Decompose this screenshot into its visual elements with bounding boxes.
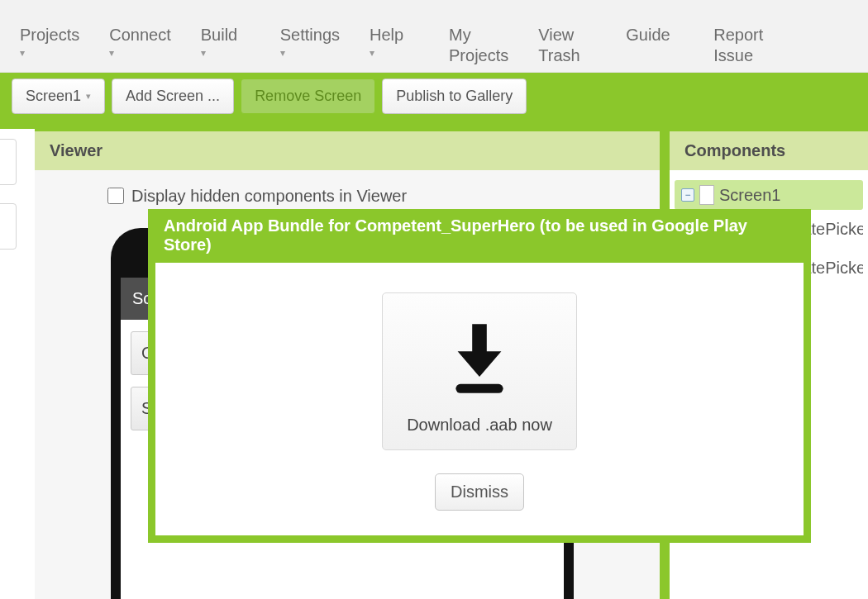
palette-stub bbox=[0, 119, 35, 599]
menu-projects[interactable]: Projects bbox=[20, 0, 79, 59]
menu-build[interactable]: Build bbox=[201, 0, 250, 59]
menu-view-trash[interactable]: View Trash bbox=[538, 0, 596, 66]
top-menu-bar: Projects Connect Build Settings Help My … bbox=[0, 0, 868, 73]
menu-help[interactable]: Help bbox=[370, 0, 419, 59]
display-hidden-checkbox[interactable] bbox=[107, 188, 124, 204]
menu-settings[interactable]: Settings bbox=[280, 0, 340, 59]
collapse-icon[interactable]: − bbox=[681, 188, 694, 202]
menu-connect[interactable]: Connect bbox=[109, 0, 171, 59]
palette-item[interactable] bbox=[0, 203, 17, 250]
screen-selector[interactable]: Screen1 bbox=[12, 78, 105, 114]
download-aab-dialog: Android App Bundle for Competent_SuperHe… bbox=[149, 210, 810, 542]
component-tree-root[interactable]: − Screen1 bbox=[675, 180, 863, 210]
viewer-panel-header: Viewer bbox=[35, 131, 660, 170]
dialog-title: Android App Bundle for Competent_SuperHe… bbox=[155, 213, 804, 263]
menu-report-issue[interactable]: Report Issue bbox=[713, 0, 771, 66]
dismiss-button[interactable]: Dismiss bbox=[435, 473, 524, 511]
palette-item[interactable] bbox=[0, 139, 17, 185]
component-root-label: Screen1 bbox=[719, 186, 781, 205]
remove-screen-button[interactable]: Remove Screen bbox=[241, 78, 375, 114]
screen-toolbar: Screen1 Add Screen ... Remove Screen Pub… bbox=[0, 73, 868, 119]
download-icon bbox=[434, 392, 525, 406]
components-panel-header: Components bbox=[670, 131, 868, 170]
display-hidden-checkbox-row: Display hidden components in Viewer bbox=[104, 185, 660, 207]
add-screen-button[interactable]: Add Screen ... bbox=[112, 78, 234, 114]
svg-rect-0 bbox=[455, 384, 503, 393]
menu-my-projects[interactable]: My Projects bbox=[449, 0, 508, 66]
screen-icon bbox=[699, 185, 714, 205]
display-hidden-label: Display hidden components in Viewer bbox=[131, 187, 407, 206]
publish-to-gallery-button[interactable]: Publish to Gallery bbox=[382, 78, 527, 114]
menu-guide[interactable]: Guide bbox=[626, 0, 684, 45]
download-aab-button[interactable]: Download .aab now bbox=[382, 292, 577, 450]
download-aab-label: Download .aab now bbox=[391, 416, 568, 435]
